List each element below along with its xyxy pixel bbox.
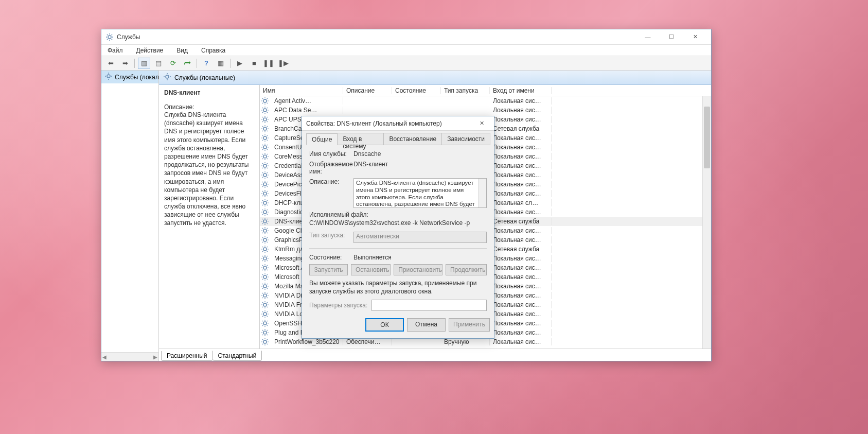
startup-label: Тип запуска: bbox=[309, 232, 353, 239]
svg-point-3 bbox=[263, 99, 267, 102]
toolbar: ⬅ ➡ ▥ ▤ ⟳ ⮫ ? ▦ ▶ ■ ❚❚ ❚▶ bbox=[101, 56, 711, 71]
show-tree-icon[interactable]: ▥ bbox=[138, 58, 150, 69]
bottom-tabs: Расширенный Стандартный bbox=[159, 349, 711, 361]
tab-standard[interactable]: Стандартный bbox=[212, 351, 262, 361]
svc-name-label: Имя службы: bbox=[309, 150, 353, 158]
gear-icon bbox=[261, 310, 269, 318]
cell-logon: Сетевая служба bbox=[490, 218, 552, 225]
tab-recovery[interactable]: Восстановление bbox=[383, 133, 442, 145]
cell-name: APC Data Se… bbox=[271, 107, 343, 114]
svg-point-19 bbox=[263, 248, 267, 251]
cell-logon: Локальная сл… bbox=[490, 199, 552, 206]
start-button[interactable]: Запустить bbox=[309, 264, 348, 275]
cell-startup: Вручную bbox=[441, 338, 490, 345]
gear-icon bbox=[261, 134, 269, 142]
svg-point-11 bbox=[263, 173, 267, 177]
svg-point-13 bbox=[263, 192, 267, 195]
desc-text: Служба DNS-клиента (dnscache) кэширует и… bbox=[356, 180, 475, 208]
forward-icon[interactable]: ➡ bbox=[119, 58, 131, 69]
gear-icon bbox=[261, 217, 269, 225]
cell-name: Agent Activ… bbox=[271, 97, 343, 105]
cell-logon: Локальная сис… bbox=[490, 116, 552, 123]
tree-item-services[interactable]: Службы (локальные) bbox=[101, 71, 158, 83]
properties-icon[interactable]: ▤ bbox=[152, 58, 165, 69]
gear-icon bbox=[261, 227, 269, 235]
export-icon[interactable]: ⮫ bbox=[181, 58, 193, 69]
tab-logon[interactable]: Вход в систему bbox=[337, 133, 384, 145]
desc-textbox[interactable]: Служба DNS-клиента (dnscache) кэширует и… bbox=[353, 178, 487, 208]
back-icon[interactable]: ⬅ bbox=[104, 58, 117, 69]
pause-icon[interactable]: ❚❚ bbox=[262, 58, 275, 69]
list-header-title: Службы (локальные) bbox=[174, 74, 235, 81]
apply-button[interactable]: Применить bbox=[449, 318, 490, 332]
menu-view[interactable]: Вид bbox=[173, 46, 191, 55]
gear-icon bbox=[261, 97, 269, 105]
menu-action[interactable]: Действие bbox=[133, 46, 167, 55]
titlebar[interactable]: Службы — ☐ ✕ bbox=[101, 29, 711, 45]
tab-general[interactable]: Общие bbox=[306, 133, 338, 145]
cell-logon: Локальная сис… bbox=[490, 273, 552, 281]
service-row[interactable]: APC Data Se…Локальная сис… bbox=[260, 106, 702, 115]
service-row[interactable]: Agent Activ…Локальная сис… bbox=[260, 96, 702, 106]
svg-point-8 bbox=[263, 146, 267, 149]
tree-hscroll[interactable]: ◀▶ bbox=[101, 352, 158, 361]
gear-icon bbox=[261, 208, 269, 216]
close-button[interactable]: ✕ bbox=[683, 29, 707, 45]
dialog-close-button[interactable]: ✕ bbox=[473, 116, 490, 131]
svg-point-9 bbox=[263, 155, 267, 158]
col-desc[interactable]: Описание bbox=[343, 87, 392, 94]
cell-logon: Локальная сис… bbox=[490, 134, 552, 142]
list-vscroll[interactable] bbox=[702, 96, 711, 349]
col-name[interactable]: Имя bbox=[260, 87, 343, 94]
svg-point-6 bbox=[263, 127, 267, 130]
col-status[interactable]: Состояние bbox=[392, 87, 441, 94]
ok-button[interactable]: ОК bbox=[365, 318, 404, 332]
cell-logon: Локальная сис… bbox=[490, 283, 552, 290]
stop-button[interactable]: Остановить bbox=[351, 264, 391, 275]
display-name-value: DNS-клиент bbox=[353, 161, 487, 168]
col-logon[interactable]: Вход от имени bbox=[490, 87, 552, 94]
gear-icon bbox=[261, 171, 269, 179]
scroll-thumb[interactable] bbox=[704, 107, 710, 168]
cell-logon: Локальная сис… bbox=[490, 209, 552, 216]
window-controls: — ☐ ✕ bbox=[636, 29, 707, 45]
stop-icon[interactable]: ■ bbox=[248, 58, 260, 69]
start-icon[interactable]: ▶ bbox=[234, 58, 246, 69]
col-startup[interactable]: Тип запуска bbox=[441, 87, 490, 94]
svg-point-7 bbox=[263, 136, 267, 140]
exec-path: C:\WINDOWS\system32\svchost.exe -k Netwo… bbox=[309, 219, 487, 227]
gear-icon bbox=[261, 106, 269, 114]
cell-logon: Локальная сис… bbox=[490, 181, 552, 188]
tab-dependencies[interactable]: Зависимости bbox=[441, 133, 490, 145]
list-header-title-bar: Службы (локальные) bbox=[159, 71, 711, 85]
desc-scrollbar[interactable] bbox=[478, 179, 486, 207]
pause-button[interactable]: Приостановить bbox=[394, 264, 442, 275]
refresh-icon[interactable]: ⟳ bbox=[167, 58, 179, 69]
resume-button[interactable]: Продолжить bbox=[446, 264, 487, 275]
menu-help[interactable]: Справка bbox=[198, 46, 228, 55]
dialog-title: Свойства: DNS-клиент (Локальный компьюте… bbox=[306, 120, 473, 127]
status-label: Состояние: bbox=[309, 254, 353, 261]
hint-text: Вы можете указать параметры запуска, при… bbox=[309, 280, 487, 296]
startup-type-select[interactable]: Автоматически bbox=[353, 232, 487, 243]
params-input[interactable] bbox=[371, 300, 487, 311]
cancel-button[interactable]: Отмена bbox=[407, 318, 446, 332]
maximize-button[interactable]: ☐ bbox=[660, 29, 683, 45]
help-icon[interactable]: ? bbox=[200, 58, 212, 69]
svg-point-16 bbox=[263, 220, 267, 223]
gear-icon bbox=[261, 152, 269, 161]
svg-point-18 bbox=[263, 238, 267, 241]
tab-extended[interactable]: Расширенный bbox=[161, 351, 213, 361]
minimize-button[interactable]: — bbox=[636, 29, 660, 45]
svg-point-0 bbox=[108, 36, 111, 39]
restart-icon[interactable]: ❚▶ bbox=[277, 58, 289, 69]
cell-logon: Локальная сис… bbox=[490, 153, 552, 160]
dialog-titlebar[interactable]: Свойства: DNS-клиент (Локальный компьюте… bbox=[302, 116, 494, 131]
svg-point-10 bbox=[263, 164, 267, 167]
gear-icon bbox=[261, 245, 269, 253]
svc-name-value: Dnscache bbox=[353, 150, 487, 158]
gear-icon bbox=[261, 236, 269, 244]
menubar: Файл Действие Вид Справка bbox=[101, 45, 711, 56]
list-icon[interactable]: ▦ bbox=[215, 58, 227, 69]
menu-file[interactable]: Файл bbox=[104, 46, 126, 55]
